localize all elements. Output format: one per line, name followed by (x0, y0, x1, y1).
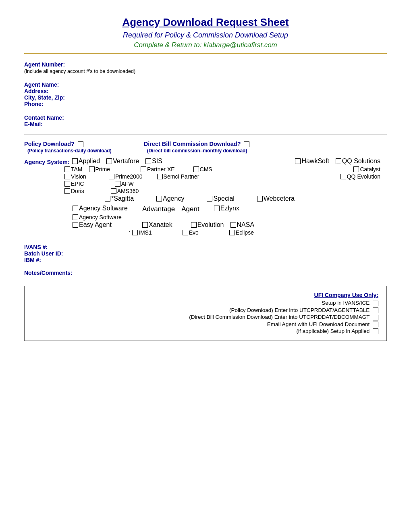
sys-webcetera: Webcetera (257, 195, 295, 202)
ufi-title: UFI Company Use Only: (33, 292, 378, 298)
ufi-box: UFI Company Use Only: Setup in IVANS/ICE… (24, 286, 387, 341)
sys-agency-software-adv: Agency Software (73, 205, 128, 212)
page-header: Agency Download Request Sheet Required f… (24, 16, 387, 49)
sys-hawksoft: HawkSoft (295, 158, 329, 165)
applied-checkbox[interactable] (72, 158, 78, 164)
semci-partner-checkbox[interactable] (157, 174, 163, 179)
ufi-line3: (Direct Bill Commission Download) Enter … (33, 314, 378, 320)
agency-system-row1: Agency System: Applied Vertafore SIS Haw… (24, 158, 387, 165)
webcetera-checkbox[interactable] (257, 196, 263, 202)
return-to: Complete & Return to: klabarge@uticafirs… (24, 41, 387, 49)
epic-checkbox[interactable] (64, 181, 70, 187)
notes-section: Notes/Comments: (24, 270, 387, 276)
sagitta-checkbox[interactable] (105, 196, 110, 202)
ufi-checkbox3[interactable] (373, 315, 378, 320)
dark-divider (24, 135, 387, 135)
agency-system-title: Agency System: (24, 159, 70, 165)
direct-bill-checkbox[interactable] (244, 141, 249, 147)
sys-ezlynx: Ezlynx (214, 205, 239, 212)
evolution-checkbox[interactable] (191, 222, 197, 228)
agency-software-adv-checkbox[interactable] (73, 206, 78, 211)
backtick: ` (129, 231, 131, 237)
sys-afw: AFW (115, 181, 134, 187)
agency-system-row5: Doris AMS360 (64, 188, 387, 194)
direct-bill-item: Direct Bill Commission Download? (Direct… (144, 141, 250, 154)
catalyst-checkbox[interactable] (353, 166, 359, 172)
tam-checkbox[interactable] (64, 166, 70, 172)
policy-download-checkbox[interactable] (78, 141, 83, 147)
sys-special: Special (207, 195, 234, 202)
sys-easy-agent: Easy Agent (73, 221, 112, 229)
ufi-checkbox1[interactable] (373, 301, 378, 306)
easy-agent-checkbox[interactable] (73, 222, 78, 228)
sys-nasa: NASA (230, 221, 255, 229)
ams360-checkbox[interactable] (111, 188, 116, 194)
agency-system-row8: Agency Software (73, 214, 387, 220)
agency-system-row9: Easy Agent Xanatek Evolution NASA (73, 221, 387, 229)
policy-download-item: Policy Download? (Policy transactions-da… (24, 141, 112, 154)
sys-epic: EPIC (64, 181, 84, 187)
direct-bill-sublabel: (Direct bill commission–monthly download… (147, 148, 247, 154)
xanatek-checkbox[interactable] (142, 222, 148, 228)
sys-catalyst: Catalyst (353, 166, 380, 172)
sys-qq-solutions: QQ Solutions (336, 158, 380, 165)
eclipse-checkbox[interactable] (229, 230, 235, 235)
evo-checkbox[interactable] (183, 230, 188, 235)
sys-vertafore: Vertafore (106, 158, 139, 165)
agency-system-row10: ` IMS1 Evo Eclipse (129, 229, 387, 237)
sys-evolution: Evolution (191, 221, 224, 229)
agent-name-label: Agent Name: (24, 81, 59, 88)
agent-text: Agent (181, 205, 199, 213)
notes-label: Notes/Comments: (24, 270, 73, 276)
agency-system-row6: *Sagitta Agency Special Webcetera (105, 195, 387, 202)
doris-checkbox[interactable] (64, 188, 70, 194)
sys-ims1: IMS1 (132, 229, 152, 236)
gold-divider (24, 53, 387, 54)
policy-download-sublabel: (Policy transactions-daily download) (27, 148, 112, 154)
prime-checkbox[interactable] (89, 166, 95, 172)
direct-bill-label: Direct Bill Commission Download? (144, 141, 241, 147)
sys-eclipse: Eclipse (229, 229, 254, 236)
ufi-checkbox2[interactable] (373, 308, 378, 313)
sys-prime: Prime (89, 166, 110, 172)
sys-ams360: AMS360 (111, 188, 139, 194)
ids-section: IVANS #: Batch User ID: IBM #: (24, 244, 387, 263)
main-title: Agency Download Request Sheet (24, 16, 387, 29)
sys-sis: SIS (145, 158, 162, 165)
ezlynx-checkbox[interactable] (214, 206, 220, 211)
partner-xe-checkbox[interactable] (141, 166, 146, 172)
contact-name-label: Contact Name: (24, 114, 64, 121)
address-label: Address: (24, 88, 49, 94)
sys-agency-software2: Agency Software (73, 214, 122, 220)
prime2000-checkbox[interactable] (109, 174, 114, 179)
vision-checkbox[interactable] (64, 174, 70, 179)
hawksoft-checkbox[interactable] (295, 158, 301, 164)
ufi-line2: (Policy Download) Enter into UTCPRDDAT/A… (33, 307, 378, 313)
special-checkbox[interactable] (207, 196, 212, 202)
cms-checkbox[interactable] (193, 166, 199, 172)
download-section: Policy Download? (Policy transactions-da… (24, 141, 387, 154)
ufi-checkbox4[interactable] (373, 322, 378, 327)
ivans-label: IVANS #: (24, 244, 48, 250)
batch-user-id-label: Batch User ID: (24, 250, 63, 257)
agency-system-row4: EPIC AFW (64, 181, 387, 187)
agent-number-note: (include all agency account #'s to be do… (24, 69, 135, 74)
subtitle: Required for Policy & Commission Downloa… (24, 31, 387, 39)
ufi-line4: Email Agent with UFI Download Document (33, 321, 378, 327)
sis-checkbox[interactable] (145, 158, 151, 164)
agency-system-row7: Agency Software Advantage Agent Ezlynx (73, 205, 387, 213)
sys-agency: Agency (156, 195, 184, 202)
sys-xanatek: Xanatek (142, 221, 172, 229)
qq-solutions-checkbox[interactable] (336, 158, 341, 164)
sys-doris: Doris (64, 188, 84, 194)
ufi-checkbox5[interactable] (373, 328, 378, 334)
city-state-zip-label: City, State, Zip: (24, 94, 65, 101)
qq-evolution-checkbox[interactable] (340, 174, 346, 179)
nasa-checkbox[interactable] (230, 222, 236, 228)
agency-software2-checkbox[interactable] (73, 214, 78, 220)
vertafore-checkbox[interactable] (106, 158, 112, 164)
agent-number-group: Agent Number: (include all agency accoun… (24, 61, 387, 74)
afw-checkbox[interactable] (115, 181, 120, 187)
agency-checkbox[interactable] (156, 196, 162, 202)
ims1-checkbox[interactable] (132, 230, 138, 235)
